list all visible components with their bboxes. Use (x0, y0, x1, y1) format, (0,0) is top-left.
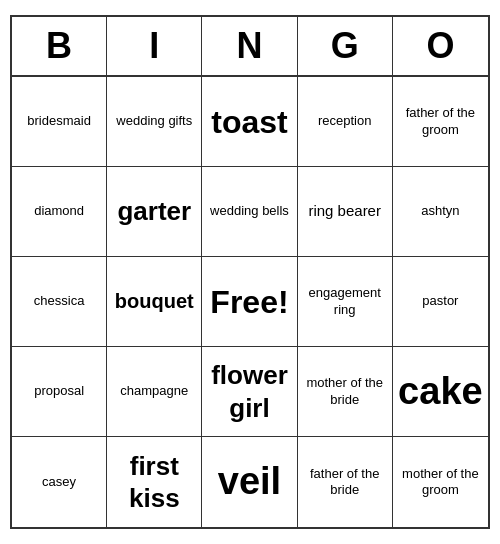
bingo-cell: casey (12, 437, 107, 527)
bingo-cell: bouquet (107, 257, 202, 347)
header-o: O (393, 17, 488, 75)
cell-label: champagne (120, 383, 188, 399)
bingo-cell: cake (393, 347, 488, 437)
bingo-cell: wedding gifts (107, 77, 202, 167)
cell-label: ring bearer (308, 202, 381, 221)
cell-label: wedding bells (210, 203, 289, 219)
bingo-cell: champagne (107, 347, 202, 437)
cell-label: toast (211, 102, 287, 142)
bingo-cell: father of the bride (298, 437, 393, 527)
bingo-cell: bridesmaid (12, 77, 107, 167)
cell-label: mother of the bride (302, 375, 388, 408)
header-i: I (107, 17, 202, 75)
cell-label: cake (398, 368, 483, 416)
bingo-cell: chessica (12, 257, 107, 347)
bingo-cell: Free! (202, 257, 297, 347)
cell-label: Free! (210, 282, 288, 322)
cell-label: chessica (34, 293, 85, 309)
cell-label: wedding gifts (116, 113, 192, 129)
bingo-cell: diamond (12, 167, 107, 257)
cell-label: flower girl (206, 359, 292, 424)
bingo-cell: mother of the bride (298, 347, 393, 437)
cell-label: diamond (34, 203, 84, 219)
bingo-cell: ring bearer (298, 167, 393, 257)
header-b: B (12, 17, 107, 75)
cell-label: pastor (422, 293, 458, 309)
bingo-header: B I N G O (12, 17, 488, 77)
cell-label: father of the groom (397, 105, 484, 138)
bingo-cell: mother of the groom (393, 437, 488, 527)
cell-label: bridesmaid (27, 113, 91, 129)
bingo-cell: toast (202, 77, 297, 167)
header-g: G (298, 17, 393, 75)
cell-label: ashtyn (421, 203, 459, 219)
bingo-cell: engagement ring (298, 257, 393, 347)
cell-label: casey (42, 474, 76, 490)
bingo-cell: first kiss (107, 437, 202, 527)
cell-label: engagement ring (302, 285, 388, 318)
cell-label: proposal (34, 383, 84, 399)
bingo-cell: ashtyn (393, 167, 488, 257)
bingo-cell: reception (298, 77, 393, 167)
bingo-card: B I N G O bridesmaidwedding giftstoastre… (10, 15, 490, 529)
bingo-grid: bridesmaidwedding giftstoastreceptionfat… (12, 77, 488, 527)
cell-label: father of the bride (302, 466, 388, 499)
bingo-cell: proposal (12, 347, 107, 437)
bingo-cell: flower girl (202, 347, 297, 437)
cell-label: mother of the groom (397, 466, 484, 499)
cell-label: first kiss (111, 450, 197, 515)
bingo-cell: wedding bells (202, 167, 297, 257)
cell-label: reception (318, 113, 371, 129)
header-n: N (202, 17, 297, 75)
bingo-cell: father of the groom (393, 77, 488, 167)
bingo-cell: garter (107, 167, 202, 257)
cell-label: veil (218, 458, 281, 506)
bingo-cell: veil (202, 437, 297, 527)
cell-label: garter (117, 195, 191, 228)
bingo-cell: pastor (393, 257, 488, 347)
cell-label: bouquet (115, 289, 194, 314)
